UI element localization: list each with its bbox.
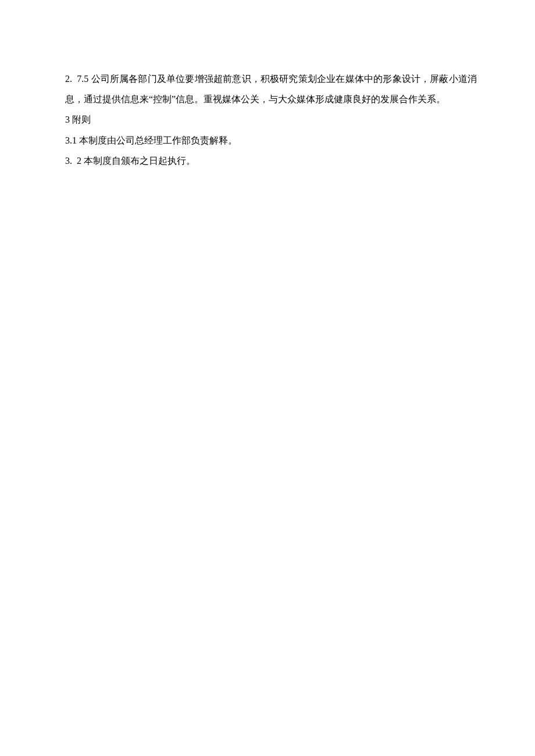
paragraph-2-7-5: 2. 7.5 公司所属各部门及单位要增强超前意识，积极研究策划企业在媒体中的形象… (65, 69, 477, 109)
paragraph-3-2: 3. 2 本制度自颁布之日起执行。 (65, 151, 477, 171)
paragraph-3-1: 3.1 本制度由公司总经理工作部负责解释。 (65, 130, 477, 151)
section-3-heading: 3 附则 (65, 109, 477, 130)
